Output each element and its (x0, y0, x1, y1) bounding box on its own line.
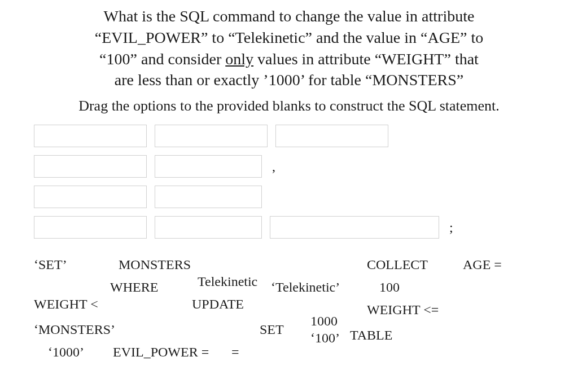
option-table[interactable]: TABLE (350, 325, 392, 346)
option-evil-power-eq[interactable]: EVIL_POWER = (113, 342, 209, 363)
option-monsters-quoted[interactable]: ‘MONSTERS’ (34, 319, 115, 340)
blank-4-1[interactable] (34, 216, 147, 239)
blank-4-2[interactable] (155, 216, 262, 239)
comma-1: , (270, 159, 278, 174)
instruction-text: Drag the options to the provided blanks … (34, 98, 544, 114)
q-line3a: “100” and consider (99, 50, 225, 68)
option-hundred-quoted[interactable]: ‘100’ (310, 328, 340, 349)
option-eq[interactable]: = (231, 342, 239, 363)
blank-3-1[interactable] (34, 186, 147, 208)
option-where[interactable]: WHERE (110, 277, 158, 298)
blank-row-3 (34, 186, 544, 208)
option-telekinetic[interactable]: Telekinetic (198, 271, 257, 292)
q-line4: are less than or exactly ’1000’ for tabl… (115, 71, 463, 89)
question-text: What is the SQL command to change the va… (34, 6, 544, 91)
option-update[interactable]: UPDATE (192, 294, 244, 315)
blank-1-1[interactable] (34, 125, 147, 147)
option-thousand-quoted[interactable]: ‘1000’ (48, 342, 84, 363)
blank-1-3[interactable] (275, 125, 388, 147)
q-line3b: values in attribute “WEIGHT” that (253, 50, 479, 68)
q-line3-underlined: only (225, 50, 253, 68)
option-telekinetic-quoted[interactable]: ‘Telekinetic’ (271, 277, 340, 298)
option-age-eq[interactable]: AGE = (463, 254, 502, 275)
option-monsters[interactable]: MONSTERS (119, 254, 191, 275)
option-collect[interactable]: COLLECT (367, 254, 428, 275)
option-set[interactable]: SET (260, 319, 284, 340)
q-line1: What is the SQL command to change the va… (104, 7, 475, 25)
blank-2-1[interactable] (34, 155, 147, 178)
blank-3-2[interactable] (155, 186, 262, 208)
option-weight-lt[interactable]: WEIGHT < (34, 294, 98, 315)
blank-row-1 (34, 125, 544, 147)
blank-row-4: ; (34, 216, 544, 239)
blank-4-3[interactable] (270, 216, 439, 239)
q-line2: “EVIL_POWER” to “Telekinetic” and the va… (95, 29, 483, 46)
semicolon: ; (447, 220, 456, 235)
option-weight-lte[interactable]: WEIGHT <= (367, 299, 439, 320)
options-pool: ‘SET’ MONSTERS COLLECT AGE = WHERE Telek… (34, 254, 544, 378)
blank-row-2: , (34, 155, 544, 178)
blanks-area: , ; (34, 125, 544, 239)
option-set-quoted[interactable]: ‘SET’ (34, 254, 67, 275)
option-hundred[interactable]: 100 (379, 277, 400, 298)
blank-2-2[interactable] (155, 155, 262, 178)
blank-1-2[interactable] (155, 125, 268, 147)
